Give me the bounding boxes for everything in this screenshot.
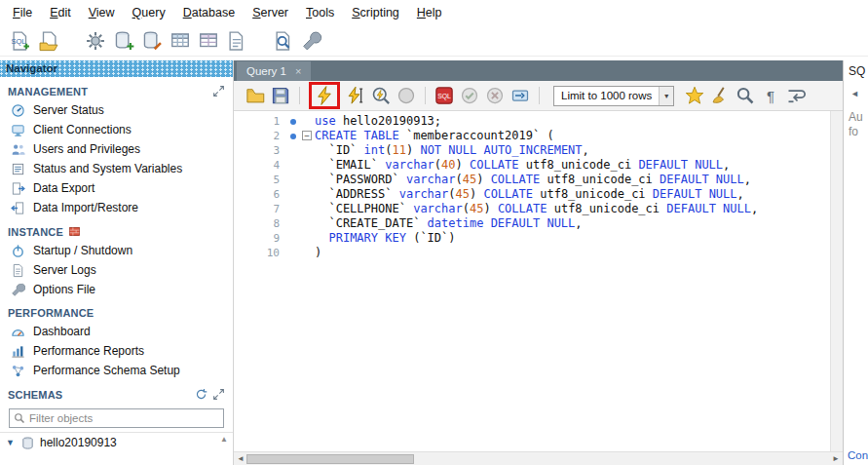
sidebar-item-data-export[interactable]: Data Export xyxy=(0,178,233,198)
limit-rows-dropdown[interactable]: Limit to 1000 rows▼ xyxy=(553,86,674,106)
tab-query1[interactable]: Query 1 × xyxy=(237,61,311,81)
execute-icon[interactable] xyxy=(315,86,334,105)
code-line: 10) xyxy=(234,246,830,260)
context-help-line-2: fo xyxy=(849,125,868,139)
save-icon[interactable] xyxy=(271,86,290,105)
menu-help[interactable]: Help xyxy=(408,2,451,23)
save-snippet-icon[interactable] xyxy=(685,86,704,105)
section-header-performance[interactable]: PERFORMANCE xyxy=(0,299,233,322)
sidebar-item-startup-shutdown[interactable]: Startup / Shutdown xyxy=(0,241,233,260)
schema-row[interactable]: ▼hello20190913 xyxy=(0,433,233,452)
line-number: 5 xyxy=(234,173,288,187)
menu-edit[interactable]: Edit xyxy=(41,2,80,23)
fold-margin[interactable]: − xyxy=(301,129,315,143)
menu-tools[interactable]: Tools xyxy=(297,2,343,23)
svg-text:SQL: SQL xyxy=(437,93,451,100)
scroll-up-icon[interactable]: ▲ xyxy=(220,435,228,444)
menu-file[interactable]: File xyxy=(4,2,41,23)
sidebar-item-users-and-privileges[interactable]: Users and Privileges xyxy=(0,139,233,159)
create-view-icon[interactable] xyxy=(198,30,219,52)
collapse-panel-icon[interactable]: ◄ xyxy=(844,80,868,98)
firewall-icon[interactable] xyxy=(68,225,81,238)
wrap-text-icon[interactable] xyxy=(786,86,806,105)
editor-body: 1use hello20190913;2−CREATE TABLE `membe… xyxy=(234,111,843,451)
new-query-tab-icon[interactable]: SQL xyxy=(10,30,31,52)
refresh-icon[interactable] xyxy=(195,388,208,401)
sidebar-item-performance-reports[interactable]: Performance Reports xyxy=(0,341,233,361)
code-line: 6 `ADDRESS` varchar(45) COLLATE utf8_uni… xyxy=(234,187,830,202)
fold-margin xyxy=(301,231,315,246)
dropdown-caret-icon[interactable]: ▼ xyxy=(659,87,673,105)
menu-view[interactable]: View xyxy=(80,2,124,23)
stop-icon[interactable] xyxy=(396,86,416,105)
create-table-icon[interactable] xyxy=(170,30,191,52)
expand-icon[interactable] xyxy=(212,388,225,401)
sidebar-item-client-connections[interactable]: Client Connections xyxy=(0,120,233,139)
mysql-workbench-window: FileEditViewQueryDatabaseServerToolsScri… xyxy=(0,0,868,465)
tab-close-icon[interactable]: × xyxy=(295,65,301,77)
invisibles-icon[interactable]: ¶ xyxy=(761,86,780,105)
navigator-panel: Navigator MANAGEMENTServer StatusClient … xyxy=(0,60,234,465)
autocommit-icon[interactable] xyxy=(510,86,530,105)
horizontal-scroll-thumb[interactable] xyxy=(246,454,414,464)
commit-icon[interactable] xyxy=(460,86,479,105)
limit-rows-label: Limit to 1000 rows xyxy=(554,90,659,101)
alter-schema-icon[interactable] xyxy=(141,30,163,52)
change-marker xyxy=(288,187,301,202)
navigator-header: Navigator xyxy=(0,60,233,77)
sidebar-item-dashboard[interactable]: Dashboard xyxy=(0,322,233,341)
context-help-tab[interactable]: Con xyxy=(844,449,868,465)
vertical-scrollbar[interactable] xyxy=(830,111,843,451)
execute-current-icon[interactable] xyxy=(346,86,365,105)
sidebar-item-status-and-system-variables[interactable]: Status and System Variables xyxy=(0,159,233,178)
execute-highlight-box xyxy=(309,82,340,109)
code-text: `CREATE_DATE` datetime DEFAULT NULL, xyxy=(315,216,583,231)
explain-icon[interactable] xyxy=(371,86,391,105)
sidebar-item-label: Client Connections xyxy=(33,123,132,136)
svg-text:SQL: SQL xyxy=(11,37,25,46)
code-area[interactable]: 1use hello20190913;2−CREATE TABLE `membe… xyxy=(234,111,830,451)
data-export-icon xyxy=(11,181,25,196)
open-sql-file-icon[interactable] xyxy=(38,30,59,52)
menu-scripting[interactable]: Scripting xyxy=(343,2,408,23)
rollback-icon[interactable] xyxy=(485,86,505,105)
create-schema-icon[interactable] xyxy=(113,30,134,52)
create-routine-icon[interactable] xyxy=(226,30,247,52)
sidebar-item-options-file[interactable]: Options File xyxy=(0,280,233,299)
open-file-icon[interactable] xyxy=(245,86,265,105)
stop-on-error-icon[interactable]: SQL xyxy=(434,86,454,105)
change-marker xyxy=(288,129,301,143)
section-header-schemas[interactable]: SCHEMAS xyxy=(0,380,233,404)
menu-database[interactable]: Database xyxy=(174,2,245,23)
menu-server[interactable]: Server xyxy=(244,2,297,23)
schema-name: hello20190913 xyxy=(40,436,117,449)
sidebar-item-performance-schema-setup[interactable]: Performance Schema Setup xyxy=(0,361,233,380)
scroll-left-icon[interactable]: ◄ xyxy=(237,454,245,463)
connection-options-icon[interactable] xyxy=(85,30,106,52)
code-line: 3 `ID` int(11) NOT NULL AUTO_INCREMENT, xyxy=(234,143,830,158)
code-line: 4 `EMAIL` varchar(40) COLLATE utf8_unico… xyxy=(234,158,830,173)
section-header-instance[interactable]: INSTANCE xyxy=(0,217,233,241)
sidebar-item-server-status[interactable]: Server Status xyxy=(0,100,233,120)
sidebar-item-label: Data Import/Restore xyxy=(33,201,138,214)
line-number: 1 xyxy=(234,114,288,129)
schema-filter-input[interactable] xyxy=(29,412,219,424)
sidebar-item-data-import-restore[interactable]: Data Import/Restore xyxy=(0,198,233,217)
expand-icon[interactable] xyxy=(212,85,225,97)
expand-caret-icon[interactable]: ▼ xyxy=(6,438,16,447)
menu-query[interactable]: Query xyxy=(124,2,174,23)
find-icon[interactable] xyxy=(736,86,755,105)
code-line: 2−CREATE TABLE `memberaccount2019` ( xyxy=(234,129,830,143)
code-line: 9 PRIMARY KEY (`ID`) xyxy=(234,231,830,246)
beautify-icon[interactable] xyxy=(710,86,730,105)
scroll-right-icon[interactable]: ► xyxy=(832,454,840,463)
section-header-management[interactable]: MANAGEMENT xyxy=(0,77,233,100)
sidebar-item-label: Users and Privileges xyxy=(33,142,140,156)
sidebar-item-server-logs[interactable]: Server Logs xyxy=(0,260,233,280)
context-help-line-1: Au xyxy=(849,110,868,125)
server-tools-icon[interactable] xyxy=(301,30,322,52)
fold-margin xyxy=(301,114,315,129)
code-text: `ADDRESS` varchar(45) COLLATE utf8_unico… xyxy=(315,187,744,202)
search-data-icon[interactable] xyxy=(273,30,294,52)
horizontal-scrollbar[interactable]: ◄ ► xyxy=(234,451,843,465)
